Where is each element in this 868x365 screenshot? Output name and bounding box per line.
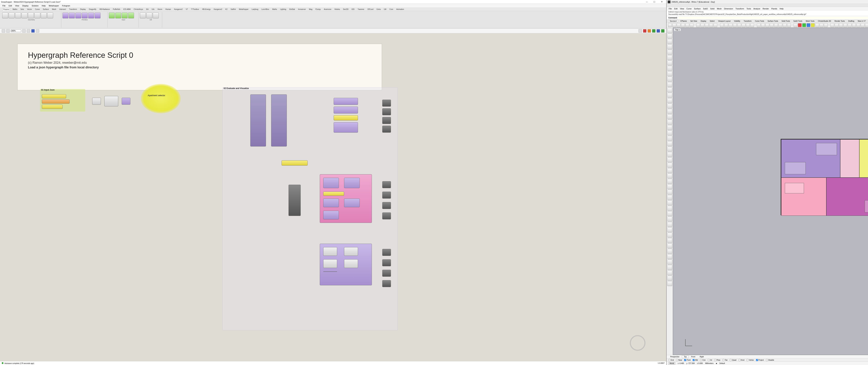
gh-tab[interactable]: T7Toolbox — [190, 8, 199, 10]
view-tab[interactable]: Perspective — [669, 356, 681, 358]
toolbar-icon[interactable] — [677, 23, 681, 27]
component-icon[interactable] — [128, 12, 134, 19]
gh-tab[interactable]: Surface — [42, 8, 50, 10]
toolbar-icon[interactable] — [709, 23, 713, 27]
compass-icon[interactable] — [630, 335, 646, 351]
gh-canvas[interactable]: Hypergraph Reference Script 0 (c) Ramon … — [0, 33, 666, 361]
rh-menu-item[interactable]: Transform — [736, 8, 744, 10]
toolbar-icon[interactable] — [668, 23, 672, 27]
rh-tool-tab[interactable]: Solid Tools — [780, 20, 791, 22]
gh-tab[interactable]: ChristoKeys — [133, 8, 144, 10]
toolbar-icon[interactable] — [815, 23, 819, 27]
gh-tab[interactable]: HB-Radiance — [99, 8, 111, 10]
layer-swatch[interactable]: ■ — [716, 362, 717, 364]
osnap-checkbox[interactable] — [730, 359, 732, 361]
component-icon[interactable] — [41, 12, 47, 19]
component-node[interactable] — [334, 122, 358, 132]
toolbar-icon[interactable] — [701, 23, 704, 27]
gh-tab[interactable]: Display — [79, 8, 87, 10]
toolbar-icon[interactable] — [794, 23, 797, 27]
sidebar-tool-icon[interactable] — [667, 233, 672, 238]
rh-tool-tab[interactable]: Display — [700, 20, 707, 22]
toolbar-icon[interactable] — [685, 23, 689, 27]
gh-tab[interactable]: Lighting — [279, 8, 287, 10]
group-apartment-selector[interactable]: Apartment selector — [141, 84, 181, 113]
gh-tab[interactable]: Ladybug — [251, 8, 259, 10]
menu-solution[interactable]: Solution — [32, 5, 38, 7]
sidebar-tool-icon[interactable] — [667, 157, 672, 162]
output-node[interactable] — [382, 100, 391, 107]
gh-tab[interactable]: Heron — [157, 8, 163, 10]
sidebar-tool-icon[interactable] — [667, 82, 672, 87]
view-tab[interactable]: Front — [689, 356, 697, 358]
component-icon[interactable] — [69, 12, 75, 19]
osnap-checkbox[interactable] — [722, 359, 724, 361]
viewport-label[interactable]: Top▾ — [674, 28, 681, 31]
component-icon[interactable] — [109, 12, 115, 19]
toolbar-icon[interactable] — [750, 23, 754, 27]
osnap-checkbox[interactable] — [684, 359, 686, 361]
rh-menu-item[interactable]: Analyze — [753, 8, 760, 10]
toolbar-icon[interactable] — [778, 23, 782, 27]
osnap-checkbox[interactable] — [669, 359, 670, 361]
output-node[interactable] — [382, 181, 391, 188]
toolbar-icon[interactable] — [802, 23, 806, 27]
sidebar-tool-icon[interactable] — [667, 211, 672, 216]
toolbar-icon[interactable] — [852, 23, 856, 27]
osnap-option[interactable]: Project — [756, 359, 764, 361]
component-node[interactable] — [323, 247, 337, 256]
toolbar-icon[interactable] — [733, 23, 737, 27]
menu-metahopper[interactable]: Metahopper — [49, 5, 59, 7]
component-icon[interactable] — [140, 12, 146, 19]
gh-tab[interactable]: Heleka — [334, 8, 341, 10]
gh-tab[interactable]: Transform — [68, 8, 78, 10]
rh-tool-tab[interactable]: Render Tools — [833, 20, 846, 22]
sidebar-tool-icon[interactable] — [667, 130, 672, 135]
rh-menu-item[interactable]: SubD — [703, 8, 708, 10]
furniture[interactable] — [865, 200, 868, 212]
toolbar-icon[interactable] — [783, 23, 786, 27]
component-icon[interactable] — [153, 12, 159, 19]
rh-menu-item[interactable]: Dimension — [724, 8, 733, 10]
gh-tab[interactable]: HB-Energy — [202, 8, 211, 10]
sidebar-tool-icon[interactable] — [667, 28, 672, 33]
component-icon[interactable] — [88, 12, 94, 19]
osnap-checkbox[interactable] — [746, 359, 748, 361]
osnap-checkbox[interactable] — [739, 359, 740, 361]
toolbar-icon[interactable] — [681, 23, 685, 27]
sidebar-tool-icon[interactable] — [667, 55, 672, 60]
rh-tool-tab[interactable]: Mesh Tools — [805, 20, 815, 22]
gh-tab[interactable]: LunchBox — [261, 8, 270, 10]
osnap-option[interactable]: Point — [684, 359, 690, 361]
rh-tool-tab[interactable]: Visibility — [733, 20, 741, 22]
toolbar-icon[interactable] — [830, 23, 834, 27]
menu-help[interactable]: Help — [42, 5, 45, 7]
gh-tab[interactable]: SatRvt — [230, 8, 237, 10]
rh-tool-tab[interactable]: Curve Tools — [754, 20, 765, 22]
close-button[interactable]: ✕ — [658, 1, 665, 3]
component-node[interactable] — [323, 178, 339, 188]
output-node[interactable] — [382, 249, 391, 256]
component-node[interactable] — [323, 211, 339, 219]
toolbar-icon[interactable] — [713, 23, 717, 27]
settings-icon[interactable] — [656, 29, 660, 33]
sidebar-tool-icon[interactable] — [667, 66, 672, 71]
sidebar-tool-icon[interactable] — [667, 276, 672, 281]
gh-tab[interactable]: EID — [351, 8, 355, 10]
sidebar-tool-icon[interactable] — [667, 77, 672, 82]
gh-tab[interactable]: MetaHopper — [238, 8, 249, 10]
units-label[interactable]: Millimeters — [705, 362, 713, 364]
toolbar-icon[interactable] — [737, 23, 741, 27]
output-node[interactable] — [382, 270, 391, 277]
component-icon[interactable] — [9, 12, 14, 19]
floorplan-left[interactable] — [781, 139, 868, 215]
component-icon[interactable] — [28, 12, 34, 19]
component-node[interactable] — [323, 259, 337, 268]
gh-tab[interactable]: Human — [165, 8, 172, 10]
room[interactable] — [781, 140, 840, 178]
component-icon[interactable] — [22, 12, 27, 19]
toolbar-icon[interactable] — [728, 23, 733, 27]
sidebar-tool-icon[interactable] — [667, 39, 672, 44]
cluster-node[interactable] — [271, 94, 287, 147]
toolbar-icon[interactable] — [843, 23, 847, 27]
